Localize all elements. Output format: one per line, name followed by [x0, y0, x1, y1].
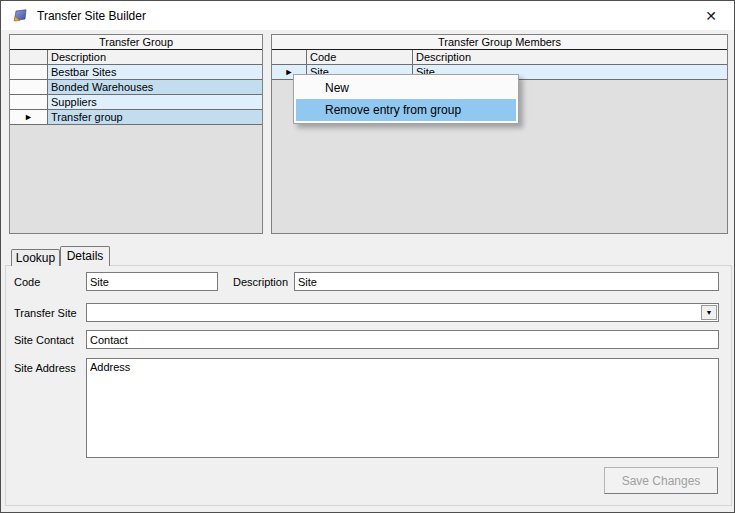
transfer-site-builder-window: Transfer Site Builder ✕ Transfer Group D… [0, 0, 735, 513]
description-column-header[interactable]: Description [413, 50, 727, 64]
transfer-site-value [87, 308, 90, 320]
code-label: Code [14, 276, 40, 288]
app-icon [12, 8, 28, 24]
description-cell[interactable]: Bonded Warehouses [48, 80, 262, 94]
menu-item-remove-entry-from-group[interactable]: Remove entry from group [296, 99, 516, 121]
members-header-row: Code Description [272, 50, 727, 65]
menu-item-new[interactable]: New [296, 77, 516, 99]
table-row-suppliers[interactable]: Suppliers [10, 95, 262, 110]
transfer-site-combobox[interactable]: ▼ [86, 303, 719, 322]
transfer-site-label: Transfer Site [14, 307, 77, 319]
transfer-group-header-row: Description [10, 50, 262, 65]
members-caption: Transfer Group Members [272, 35, 727, 50]
description-cell[interactable]: Bestbar Sites [48, 65, 262, 79]
table-row-transfer-group[interactable]: ► Transfer group [10, 110, 262, 125]
transfer-group-members-table: Transfer Group Members Code Description … [271, 34, 728, 234]
close-icon: ✕ [705, 8, 717, 24]
site-contact-input[interactable] [86, 330, 719, 349]
description-input[interactable] [294, 272, 719, 291]
tab-details[interactable]: Details [60, 246, 110, 266]
context-menu: New Remove entry from group [293, 74, 519, 124]
row-selector-cell[interactable]: ► [10, 110, 48, 124]
window-title: Transfer Site Builder [37, 9, 146, 23]
description-cell[interactable]: Transfer group [48, 110, 262, 124]
transfer-site-dropdown-button[interactable]: ▼ [701, 305, 717, 320]
code-input[interactable] [86, 272, 218, 291]
row-selector-cell[interactable] [10, 65, 48, 79]
table-row-bestbar-sites[interactable]: Bestbar Sites [10, 65, 262, 80]
row-selector-cell[interactable] [10, 80, 48, 94]
row-selector-header-cell [10, 50, 48, 64]
row-selector-header-cell [272, 50, 307, 64]
chevron-down-icon: ▼ [706, 309, 713, 316]
description-column-header[interactable]: Description [48, 50, 262, 64]
row-selector-cell[interactable] [10, 95, 48, 109]
title-bar: Transfer Site Builder ✕ [1, 1, 734, 30]
site-contact-label: Site Contact [14, 334, 74, 346]
tab-lookup[interactable]: Lookup [11, 249, 60, 266]
save-changes-button[interactable]: Save Changes [604, 467, 718, 494]
site-address-label: Site Address [14, 362, 76, 374]
close-button[interactable]: ✕ [688, 1, 734, 30]
transfer-group-table: Transfer Group Description Bestbar Sites… [9, 34, 263, 234]
site-address-textarea[interactable]: Address [86, 358, 719, 458]
description-label: Description [233, 276, 288, 288]
table-row-bonded-warehouses[interactable]: Bonded Warehouses [10, 80, 262, 95]
description-cell[interactable]: Suppliers [48, 95, 262, 109]
current-row-arrow-icon: ► [24, 113, 33, 122]
code-column-header[interactable]: Code [307, 50, 413, 64]
transfer-group-caption: Transfer Group [10, 35, 262, 50]
